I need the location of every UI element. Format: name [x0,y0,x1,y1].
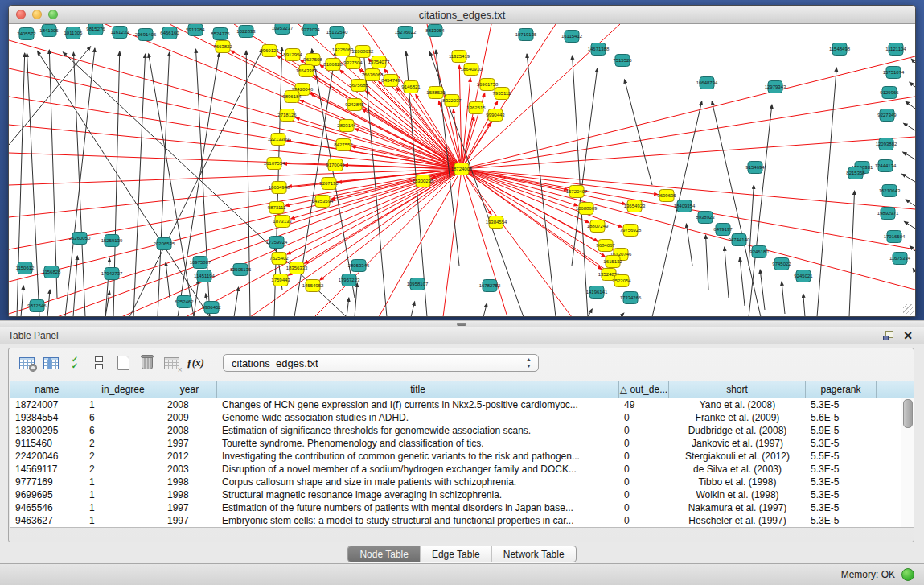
table-cell[interactable]: 5.3E-5 [806,488,877,501]
graph-edge[interactable] [904,123,915,130]
graph-edge[interactable] [166,262,170,298]
graph-node-9129966[interactable]: 9129966 [880,87,899,99]
graph-edge[interactable] [411,302,415,316]
graph-node-8215358[interactable]: 8215358 [846,167,865,179]
graph-edge[interactable] [462,137,915,169]
table-cell[interactable]: 18300295 [10,424,84,437]
tab-network-table[interactable]: Network Table [492,546,576,562]
graph-node-26676068[interactable]: 26676068 [362,69,384,81]
graph-node-15720407[interactable]: 15720407 [566,186,588,198]
graph-node-9960124[interactable]: 9960124 [260,45,279,57]
column-header-6[interactable]: pagerank [806,381,877,398]
table-cell[interactable]: 2008 [162,398,217,411]
table-cell[interactable]: Yano et al. (2008) [669,398,806,411]
column-header-2[interactable]: year [162,381,217,398]
graph-edge[interactable] [462,169,572,316]
graph-node-1150612[interactable]: 1150612 [16,262,35,274]
table-cell[interactable]: Jankovic et al. (1997) [669,437,806,450]
table-cell[interactable]: 2012 [162,450,217,463]
graph-node-1161233[interactable]: 1161233 [111,27,130,39]
table-row[interactable]: 1872400712008Changes of HCN gene express… [10,398,914,411]
table-cell[interactable]: Genome-wide association studies in ADHD. [217,411,619,424]
graph-node-79756928[interactable]: 79756928 [620,225,642,237]
table-cell[interactable]: 5.3E-5 [806,514,877,527]
table-cell[interactable]: 1 [84,476,162,488]
table-cell[interactable]: 1997 [162,501,217,514]
graph-node-5267130[interactable]: 5267130 [319,178,339,190]
table-cell[interactable]: 5.3E-5 [806,476,877,488]
tab-node-table[interactable]: Node Table [348,546,421,562]
graph-edge[interactable] [740,257,745,306]
graph-node-8912954[interactable]: 8912954 [283,49,302,61]
graph-edge[interactable] [310,93,462,169]
table-cell[interactable]: 9699695 [10,488,84,501]
graph-node-14196141[interactable]: 14196141 [586,286,608,299]
table-cell[interactable]: 5.6E-5 [806,411,877,424]
table-cell[interactable]: 1997 [162,437,217,450]
graph-node-2803144[interactable]: 2803144 [337,120,356,132]
table-row[interactable]: 977716911998Corpus callosum shape and si… [10,476,914,488]
graph-edge[interactable] [620,313,624,316]
table-cell[interactable]: 6 [84,411,162,424]
graph-node-15276022[interactable]: 15276022 [395,27,417,39]
table-cell[interactable]: 2 [84,437,162,450]
graph-node-8454749[interactable]: 8454749 [381,75,400,87]
graph-node-9990443[interactable]: 9990443 [486,109,505,122]
table-cell[interactable]: Estimation of the future numbers of pati… [217,501,619,514]
graph-edge[interactable] [904,221,915,229]
graph-node-10975887[interactable]: 10975887 [190,257,211,269]
graph-node-9170046[interactable]: 9170046 [326,159,345,171]
column-header-5[interactable]: short [669,381,806,398]
row-height-button[interactable] [89,353,109,373]
graph-node-12444134[interactable]: 12444134 [875,160,897,172]
graph-edge[interactable] [355,283,357,316]
graph-edge[interactable] [625,80,652,185]
table-cell[interactable]: Structural magnetic resonance image aver… [217,488,619,501]
graph-edge[interactable] [903,152,915,159]
table-row[interactable]: 969969511998Structural magnetic resonanc… [10,488,914,501]
graph-node-9627508[interactable]: 9627508 [303,54,322,66]
new-column-button[interactable] [113,353,133,373]
graph-edge[interactable] [9,169,462,185]
graph-node-9273034[interactable]: 9273034 [301,24,320,36]
table-vertical-scrollbar[interactable] [901,398,914,527]
table-cell[interactable]: 6 [84,424,162,437]
graph-node-17016504[interactable]: 17016504 [884,231,906,243]
table-cell[interactable]: 9465546 [10,501,84,514]
graph-edge[interactable] [913,269,915,272]
graph-node-8986452[interactable]: 8986452 [202,302,221,314]
network-view-window[interactable]: citations_edges.txt 18724007183002951938… [8,5,916,317]
table-cell[interactable]: de Silva et al. (2003) [669,463,806,476]
graph-edge[interactable] [73,52,85,316]
table-cell[interactable]: 22420046 [10,450,84,463]
graph-edge[interactable] [572,68,598,266]
graph-node-9745022[interactable]: 9745022 [772,258,791,270]
graph-node-11451194[interactable]: 11451194 [194,270,215,282]
graph-node-9245021[interactable]: 9245021 [794,270,813,282]
graph-edge[interactable] [910,82,915,87]
select-columns-button[interactable] [41,353,60,373]
graph-edge[interactable] [105,258,109,316]
graph-node-16654948[interactable]: 16654948 [269,182,290,194]
graph-edge[interactable] [462,24,491,169]
column-header-0[interactable]: name [10,381,84,398]
table-cell[interactable]: Estimation of significance thresholds fo… [217,424,619,437]
graph-edge[interactable] [906,200,915,206]
graph-node-15751074[interactable]: 15751074 [883,67,905,79]
graph-node-9812546[interactable]: 9812546 [27,300,47,312]
table-cell[interactable]: Hescheler et al. (1997) [669,514,806,527]
graph-node-14226063[interactable]: 14226063 [332,44,354,56]
table-row[interactable]: 911546021997Tourette syndrome. Phenomeno… [10,437,914,450]
graph-node-6479197[interactable]: 6479197 [713,224,733,236]
graph-node-12505135[interactable]: 12505135 [230,264,252,276]
graph-node-18356333[interactable]: 18356333 [286,262,308,274]
graph-edge[interactable] [149,54,194,316]
column-header-1[interactable]: in_degree [84,381,162,398]
table-row[interactable]: 1830029562008Estimation of significance … [10,424,914,437]
graph-edge[interactable] [21,286,23,316]
table-cell[interactable]: 0 [619,501,669,514]
table-cell[interactable]: Stergiakouli et al. (2012) [669,450,806,463]
graph-node-22008632[interactable]: 22008632 [352,46,374,58]
graph-node-18807249[interactable]: 18807249 [587,220,609,233]
graph-node-9154694[interactable]: 9154694 [745,162,765,174]
